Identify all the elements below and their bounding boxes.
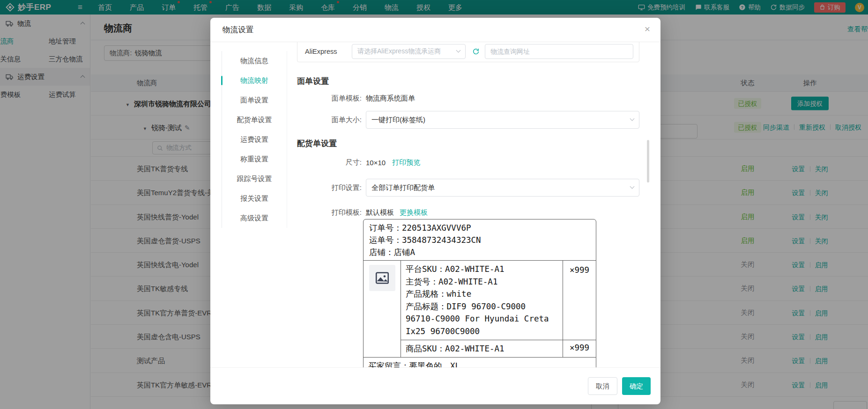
refresh-icon[interactable] [472,48,480,55]
print-template-value: 默认模板 [366,208,394,217]
packing-slip-preview: 订单号：220513AXGVVV6P 运单号：35848732434323CN … [363,219,596,367]
preview-line: 主货号：A02-WHITE-A1 [406,276,558,288]
preview-buyer-note: 买家留言：要黑色的，XL [364,358,596,367]
modal-content: AliExpress 请选择AliExpress物流承运商 面单设置 面单模板:… [297,42,639,367]
label-template-row: 面单模板: 物流商系统面单 [297,93,639,104]
modal-scrollbar-thumb[interactable] [647,140,649,183]
modal-menu-item-高级设置[interactable]: 高级设置 [222,208,287,228]
modal-menu-item-报关设置[interactable]: 报关设置 [222,189,287,208]
confirm-button[interactable]: 确定 [622,377,651,395]
modal-footer: 取消 确定 [210,367,660,404]
packing-size-value: 10×10 [366,159,386,167]
modal-menu-item-配货单设置[interactable]: 配货单设置 [222,110,287,130]
print-template-row: 打印模板: 默认模板 更换模板 [297,207,639,218]
label-template-value: 物流商系统面单 [366,94,415,103]
carrier-select[interactable]: 请选择AliExpress物流承运商 [352,44,466,59]
label-size-select[interactable]: 一键打印(标签纸) [366,111,639,129]
packing-size-row: 尺寸: 10×10 打印预览 [297,157,639,168]
preview-sku-qty: ×999 [563,340,596,357]
packing-settings-heading: 配货单设置 [297,138,337,149]
cancel-button[interactable]: 取消 [588,377,617,395]
modal-body: 物流信息物流映射面单设置配货单设置运费设置称重设置跟踪号设置报关设置高级设置 A… [210,42,660,367]
chevron-down-icon [630,184,635,189]
close-icon[interactable]: × [645,24,650,34]
modal-menu-item-称重设置[interactable]: 称重设置 [222,149,287,169]
logistics-settings-modal: 物流设置 × 物流信息物流映射面单设置配货单设置运费设置称重设置跟踪号设置报关设… [210,18,660,404]
chevron-down-icon [630,117,635,121]
chevron-down-icon [456,48,461,53]
preview-order-no: 订单号：220513AXGVVV6P [369,222,590,234]
mapping-row-box: AliExpress 请选择AliExpress物流承运商 [297,42,639,62]
tracking-url-input[interactable] [485,44,633,59]
preview-shop: 店铺：店铺A [369,246,590,258]
modal-menu-item-跟踪号设置[interactable]: 跟踪号设置 [222,169,287,189]
preview-product-lines: 平台SKU：A02-WHITE-A1主货号：A02-WHITE-A1产品规格：w… [401,261,563,340]
preview-line: 平台SKU：A02-WHITE-A1 [406,263,558,276]
modal-title: 物流设置 [223,25,253,35]
modal-menu-item-面单设置[interactable]: 面单设置 [222,90,287,110]
modal-header: 物流设置 × [210,18,660,42]
modal-menu-item-物流信息[interactable]: 物流信息 [222,51,287,71]
app-root: 妙手ERP ≡ 首页产品订单托管广告数据采购仓库分销物流授权更多 免费预约培训 … [0,0,868,409]
change-template-link[interactable]: 更换模板 [400,208,428,217]
preview-line: 产品标题：DIF9 96700-C9000 96710-C9000 For Hy… [406,300,558,338]
label-settings-heading: 面单设置 [297,76,329,87]
modal-menu: 物流信息物流映射面单设置配货单设置运费设置称重设置跟踪号设置报关设置高级设置 [222,51,287,228]
carrier-label: AliExpress [305,48,352,55]
preview-sku: 商品SKU：A02-WHITE-A1 [401,340,563,357]
product-image-placeholder-icon [369,265,395,291]
print-setting-select[interactable]: 全部订单打印配货单 [366,179,639,197]
preview-tracking-no: 运单号：35848732434323CN [369,234,590,246]
preview-line: 产品规格：white [406,288,558,300]
preview-qty: ×999 [563,261,596,340]
modal-menu-item-物流映射[interactable]: 物流映射 [222,71,287,90]
modal-menu-item-运费设置[interactable]: 运费设置 [222,130,287,149]
print-preview-link[interactable]: 打印预览 [392,158,420,167]
